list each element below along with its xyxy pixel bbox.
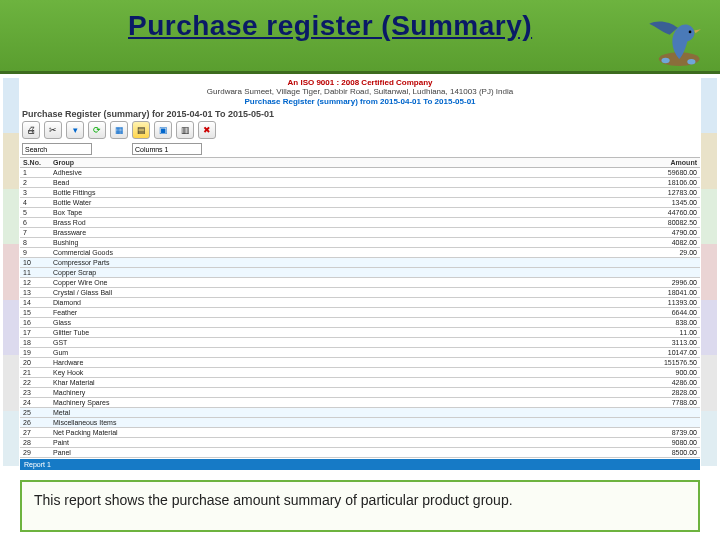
cell-sn: 9 bbox=[20, 248, 50, 258]
table-row[interactable]: 13Crystal / Glass Ball18041.00 bbox=[20, 288, 700, 298]
table-row[interactable]: 11Copper Scrap bbox=[20, 268, 700, 278]
cell-amount: 29.00 bbox=[630, 248, 700, 258]
cell-amount: 900.00 bbox=[630, 368, 700, 378]
print-icon[interactable]: 🖨 bbox=[22, 121, 40, 139]
cell-group: Net Packing Material bbox=[50, 428, 630, 438]
cell-group: Glitter Tube bbox=[50, 328, 630, 338]
cell-sn: 8 bbox=[20, 238, 50, 248]
table-row[interactable]: 16Glass838.00 bbox=[20, 318, 700, 328]
cell-sn: 24 bbox=[20, 398, 50, 408]
cell-sn: 27 bbox=[20, 428, 50, 438]
cell-group: Feather bbox=[50, 308, 630, 318]
cell-sn: 11 bbox=[20, 268, 50, 278]
search-input[interactable] bbox=[22, 143, 92, 155]
table-row[interactable]: 1Adhesive59680.00 bbox=[20, 168, 700, 178]
report-screenshot: An ISO 9001 : 2008 Certified Company Gur… bbox=[20, 78, 700, 474]
table-row[interactable]: 22Khar Material4286.00 bbox=[20, 378, 700, 388]
table-row[interactable]: 29Panel8500.00 bbox=[20, 448, 700, 458]
cell-group: Panel bbox=[50, 448, 630, 458]
cell-group: Machinery bbox=[50, 388, 630, 398]
cell-group: Machinery Spares bbox=[50, 398, 630, 408]
cell-amount: 3113.00 bbox=[630, 338, 700, 348]
slide-caption: This report shows the purchase amount su… bbox=[34, 492, 686, 508]
table-row[interactable]: 14Diamond11393.00 bbox=[20, 298, 700, 308]
cell-sn: 5 bbox=[20, 208, 50, 218]
cell-amount: 4286.00 bbox=[630, 378, 700, 388]
table-row[interactable]: 7Brassware4790.00 bbox=[20, 228, 700, 238]
cell-amount: 151576.50 bbox=[630, 358, 700, 368]
table-row[interactable]: 21Key Hook900.00 bbox=[20, 368, 700, 378]
cell-sn: 21 bbox=[20, 368, 50, 378]
filter-row bbox=[22, 143, 700, 155]
table-row[interactable]: 12Copper Wire One2996.00 bbox=[20, 278, 700, 288]
grid-icon[interactable]: ▣ bbox=[154, 121, 172, 139]
col-amount: Amount bbox=[630, 158, 700, 168]
cert-line: An ISO 9001 : 2008 Certified Company bbox=[20, 78, 700, 87]
table-row[interactable]: 3Bottle Fittings12783.00 bbox=[20, 188, 700, 198]
svg-point-3 bbox=[687, 59, 695, 64]
table-row[interactable]: 17Glitter Tube11.00 bbox=[20, 328, 700, 338]
table-row[interactable]: 5Box Tape44760.00 bbox=[20, 208, 700, 218]
cell-amount bbox=[630, 418, 700, 428]
cell-sn: 16 bbox=[20, 318, 50, 328]
table-row[interactable]: 4Bottle Water1345.00 bbox=[20, 198, 700, 208]
cell-group: Metal bbox=[50, 408, 630, 418]
report-toolbar: 🖨 ✂ ▾ ⟳ ▦ ▤ ▣ ▥ ✖ bbox=[22, 121, 700, 139]
cell-group: Adhesive bbox=[50, 168, 630, 178]
cell-sn: 10 bbox=[20, 258, 50, 268]
table-row[interactable]: 2Bead18106.00 bbox=[20, 178, 700, 188]
cell-group: Compressor Parts bbox=[50, 258, 630, 268]
cell-sn: 19 bbox=[20, 348, 50, 358]
table-row[interactable]: 26Miscellaneous Items bbox=[20, 418, 700, 428]
cell-amount: 4082.00 bbox=[630, 238, 700, 248]
cell-sn: 12 bbox=[20, 278, 50, 288]
cell-sn: 6 bbox=[20, 218, 50, 228]
cell-group: GST bbox=[50, 338, 630, 348]
table-row[interactable]: 6Brass Rod80082.50 bbox=[20, 218, 700, 228]
cell-group: Paint bbox=[50, 438, 630, 448]
columns-icon[interactable]: ▥ bbox=[176, 121, 194, 139]
cell-amount bbox=[630, 268, 700, 278]
cell-group: Glass bbox=[50, 318, 630, 328]
cell-amount: 838.00 bbox=[630, 318, 700, 328]
table-row[interactable]: 24Machinery Spares7788.00 bbox=[20, 398, 700, 408]
table-row[interactable]: 20Hardware151576.50 bbox=[20, 358, 700, 368]
refresh-icon[interactable]: ⟳ bbox=[88, 121, 106, 139]
table-row[interactable]: 18GST3113.00 bbox=[20, 338, 700, 348]
cell-group: Khar Material bbox=[50, 378, 630, 388]
company-address: Gurdwara Sumeet, Village Tiger, Dabbir R… bbox=[20, 87, 700, 96]
table-row[interactable]: 25Metal bbox=[20, 408, 700, 418]
columns-input[interactable] bbox=[132, 143, 202, 155]
table-row[interactable]: 8Bushing4082.00 bbox=[20, 238, 700, 248]
cell-amount: 9080.00 bbox=[630, 438, 700, 448]
cell-group: Bead bbox=[50, 178, 630, 188]
filter-icon[interactable]: ▾ bbox=[66, 121, 84, 139]
table-row[interactable]: 9Commercial Goods29.00 bbox=[20, 248, 700, 258]
cell-amount: 6644.00 bbox=[630, 308, 700, 318]
cell-sn: 25 bbox=[20, 408, 50, 418]
table-row[interactable]: 27Net Packing Material8739.00 bbox=[20, 428, 700, 438]
table-row[interactable]: 28Paint9080.00 bbox=[20, 438, 700, 448]
table-row[interactable]: 19Gum10147.00 bbox=[20, 348, 700, 358]
cell-amount: 8739.00 bbox=[630, 428, 700, 438]
table-row[interactable]: 23Machinery2828.00 bbox=[20, 388, 700, 398]
cell-amount bbox=[630, 408, 700, 418]
cell-amount: 11.00 bbox=[630, 328, 700, 338]
cell-sn: 17 bbox=[20, 328, 50, 338]
cell-group: Bushing bbox=[50, 238, 630, 248]
cell-group: Key Hook bbox=[50, 368, 630, 378]
cell-sn: 4 bbox=[20, 198, 50, 208]
slide-caption-box: This report shows the purchase amount su… bbox=[20, 480, 700, 532]
slide-header: Purchase register (Summary) bbox=[0, 0, 720, 74]
table-row[interactable]: 10Compressor Parts bbox=[20, 258, 700, 268]
cell-group: Hardware bbox=[50, 358, 630, 368]
cell-group: Bottle Fittings bbox=[50, 188, 630, 198]
close-icon[interactable]: ✖ bbox=[198, 121, 216, 139]
export-excel-icon[interactable]: ▦ bbox=[110, 121, 128, 139]
cell-amount: 8500.00 bbox=[630, 448, 700, 458]
cell-sn: 1 bbox=[20, 168, 50, 178]
export-csv-icon[interactable]: ▤ bbox=[132, 121, 150, 139]
table-row[interactable]: 15Feather6644.00 bbox=[20, 308, 700, 318]
cut-icon[interactable]: ✂ bbox=[44, 121, 62, 139]
cell-amount: 12783.00 bbox=[630, 188, 700, 198]
